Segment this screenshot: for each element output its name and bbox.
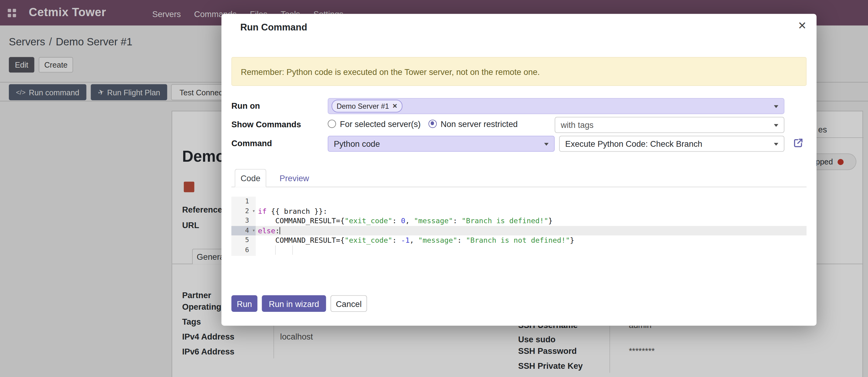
command-type-select[interactable]: Python code <box>328 136 555 152</box>
with-tags-select[interactable]: with tags <box>555 117 785 133</box>
command-label: Command <box>231 139 272 148</box>
code-token: : <box>392 216 401 225</box>
with-tags-placeholder: with tags <box>561 120 594 130</box>
server-chip-label: Demo Server #1 <box>337 102 389 110</box>
editor-gutter: 12▾34▾56 <box>231 197 256 256</box>
code-token: , <box>410 236 418 244</box>
command-value: Execute Python Code: Check Branch <box>565 139 702 149</box>
code-token: "exit_code" <box>344 236 392 244</box>
gutter-line-number: 3 <box>231 216 256 226</box>
code-token: : <box>453 216 461 225</box>
code-token: "message" <box>418 236 457 244</box>
command-type-value: Python code <box>334 139 380 149</box>
code-token: , <box>405 216 414 225</box>
code-token: "Branch is not defined!" <box>466 236 570 244</box>
code-line[interactable]: else: <box>256 226 807 235</box>
tab-code[interactable]: Code <box>235 169 266 187</box>
code-line[interactable] <box>256 197 807 206</box>
code-line[interactable]: COMMAND_RESULT={"exit_code": 0, "message… <box>256 216 807 226</box>
code-token: : <box>275 226 280 234</box>
chip-remove-icon[interactable]: ✕ <box>392 102 398 110</box>
text-cursor <box>280 227 280 234</box>
code-token: -1 <box>401 236 409 244</box>
radio-for-selected-servers[interactable]: For selected server(s) <box>328 118 421 128</box>
code-token: : <box>458 236 466 244</box>
radio-label: Non server restricted <box>441 119 518 128</box>
code-token: "message" <box>414 216 453 225</box>
code-token: "exit_code" <box>344 216 392 225</box>
run-command-dialog: Run Command ✕ Remember: Python code is e… <box>222 14 816 325</box>
gutter-line-number[interactable]: 4▾ <box>231 226 256 235</box>
indent-guide <box>275 245 276 255</box>
code-line[interactable]: if {{ branch }}: <box>256 206 807 216</box>
run-on-label: Run on <box>231 101 260 110</box>
code-line[interactable]: COMMAND_RESULT={"exit_code": -1, "messag… <box>256 235 807 245</box>
code-token: COMMAND_RESULT={ <box>258 216 345 225</box>
run-in-wizard-button[interactable]: Run in wizard <box>262 295 326 312</box>
command-select[interactable]: Execute Python Code: Check Branch <box>559 136 784 152</box>
fold-caret-icon[interactable]: ▾ <box>252 226 255 235</box>
code-editor[interactable]: 12▾34▾56 if {{ branch }}: COMMAND_RESULT… <box>231 197 807 256</box>
radio-label: For selected server(s) <box>340 119 421 128</box>
show-commands-label: Show Commands <box>231 120 301 129</box>
modal-tabs: Code Preview <box>231 169 807 187</box>
indent-guide <box>292 245 293 255</box>
server-chip[interactable]: Demo Server #1 ✕ <box>332 99 403 112</box>
alert-warning: Remember: Python code is executed on the… <box>231 57 807 86</box>
fold-caret-icon[interactable]: ▾ <box>252 206 255 216</box>
screen: Cetmix Tower Servers Commands Files Tool… <box>0 0 868 377</box>
caret-down-icon <box>774 124 778 127</box>
code-token: else <box>258 226 275 234</box>
gutter-line-number: 5 <box>231 235 256 245</box>
code-token: 0 <box>401 216 405 225</box>
radio-icon[interactable] <box>328 119 336 127</box>
gutter-line-number[interactable]: 2▾ <box>231 206 256 216</box>
cancel-button[interactable]: Cancel <box>331 295 367 312</box>
run-button[interactable]: Run <box>231 295 257 312</box>
code-token: "Branch is defined!" <box>462 216 549 225</box>
gutter-line-number: 1 <box>231 197 256 206</box>
tab-preview[interactable]: Preview <box>274 169 314 187</box>
code-token: } <box>570 236 574 244</box>
close-icon[interactable]: ✕ <box>798 20 807 32</box>
code-token: } <box>548 216 552 225</box>
radio-checked-icon[interactable] <box>429 119 437 127</box>
code-token: {{ branch }}: <box>267 207 327 215</box>
editor-lines[interactable]: if {{ branch }}: COMMAND_RESULT={"exit_c… <box>256 197 807 256</box>
code-token: if <box>258 207 267 215</box>
caret-down-icon <box>774 105 778 108</box>
caret-down-icon <box>774 143 778 146</box>
radio-non-server-restricted[interactable]: Non server restricted <box>429 118 518 128</box>
run-on-select[interactable]: Demo Server #1 ✕ <box>328 98 785 114</box>
gutter-line-number: 6 <box>231 245 256 255</box>
code-line[interactable] <box>256 245 807 255</box>
code-token: : <box>392 236 401 244</box>
external-link-icon[interactable] <box>793 137 804 148</box>
alert-text: Remember: Python code is executed on the… <box>241 67 539 76</box>
caret-down-icon <box>544 143 549 146</box>
dialog-title: Run Command <box>240 22 307 33</box>
code-token: COMMAND_RESULT={ <box>258 236 345 244</box>
